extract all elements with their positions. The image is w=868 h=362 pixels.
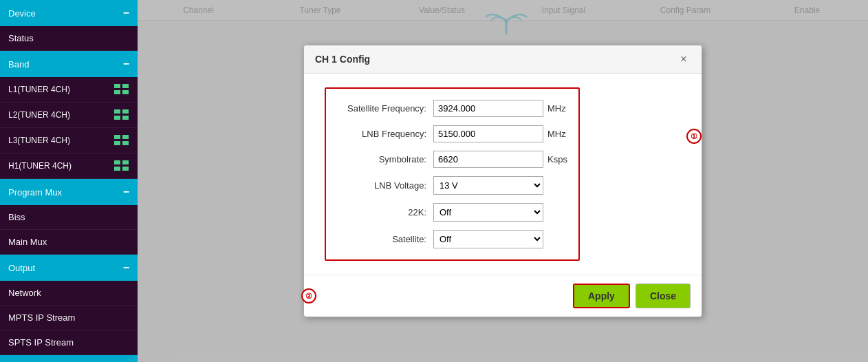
sidebar-item-mpts[interactable]: MPTS IP Stream (0, 306, 138, 330)
modal-body: Satellite Frequency: MHz LNB Frequency: … (304, 74, 702, 275)
satellite-frequency-input[interactable] (433, 100, 543, 117)
sidebar-item-main-mux-label: Main Mux (8, 237, 47, 247)
apply-button[interactable]: Apply (573, 284, 630, 308)
satellite-label: Satellite: (337, 234, 433, 244)
sidebar-item-l3-label: L3(TUNER 4CH) (8, 136, 70, 145)
lnb-frequency-row: LNB Frequency: MHz (337, 125, 567, 142)
lnb-frequency-unit: MHz (547, 129, 566, 139)
sidebar-item-biss-label: Biss (8, 212, 25, 222)
device-collapse-icon: − (123, 7, 129, 19)
sidebar-item-program-mux-label: Program Mux (8, 187, 62, 198)
modal-title: CH 1 Config (315, 54, 370, 65)
sidebar-item-device[interactable]: Device − (0, 0, 138, 26)
modal-header: CH 1 Config × (304, 45, 702, 74)
annotation-1: ① (686, 129, 702, 144)
ch1-config-modal: CH 1 Config × Satellite Frequency: MHz (303, 45, 702, 317)
close-button[interactable]: Close (636, 284, 691, 308)
satellite-row: Satellite: Off On (337, 230, 567, 248)
sidebar: Device − Status Band − L1(TUNER 4CH) L2(… (0, 0, 138, 362)
satellite-frequency-row: Satellite Frequency: MHz (337, 100, 567, 117)
config-form-section: Satellite Frequency: MHz LNB Frequency: … (325, 87, 580, 261)
lnb-frequency-input[interactable] (433, 125, 543, 142)
lnb-voltage-label: LNB Voltage: (337, 180, 433, 191)
output-collapse-icon: − (123, 262, 129, 274)
satellite-frequency-label: Satellite Frequency: (337, 103, 433, 114)
satellite-frequency-unit: MHz (547, 103, 566, 114)
sidebar-item-advance[interactable]: Advance + (0, 355, 138, 362)
sidebar-item-band[interactable]: Band − (0, 51, 138, 77)
content-area: Channel Tuner Type Value/Status Input Si… (138, 0, 868, 362)
sidebar-item-program-mux[interactable]: Program Mux − (0, 179, 138, 205)
band-collapse-icon: − (123, 58, 129, 70)
annotation-2: ② (301, 288, 316, 304)
symbolrate-input[interactable] (433, 151, 543, 168)
sidebar-item-l3[interactable]: L3(TUNER 4CH) (0, 128, 138, 153)
sidebar-item-status[interactable]: Status (0, 26, 138, 51)
sidebar-item-device-label: Device (8, 8, 36, 19)
modal-close-x-button[interactable]: × (677, 52, 691, 66)
l1-grid-icon (114, 84, 129, 95)
symbolrate-row: Symbolrate: Ksps (337, 151, 567, 168)
l2-grid-icon (114, 109, 129, 120)
lnb-voltage-select[interactable]: 13 V 18 V Off (433, 176, 543, 195)
sidebar-item-biss[interactable]: Biss (0, 205, 138, 230)
sidebar-item-h1-label: H1(TUNER 4CH) (8, 161, 72, 171)
sidebar-item-h1[interactable]: H1(TUNER 4CH) (0, 153, 138, 179)
sidebar-item-l1-label: L1(TUNER 4CH) (8, 85, 70, 94)
modal-overlay: CH 1 Config × Satellite Frequency: MHz (138, 0, 868, 362)
sidebar-item-l2-label: L2(TUNER 4CH) (8, 110, 70, 120)
sidebar-item-l2[interactable]: L2(TUNER 4CH) (0, 103, 138, 128)
sidebar-item-spts-label: SPTS IP Stream (8, 337, 74, 348)
twentytwo-k-label: 22K: (337, 207, 433, 217)
sidebar-item-output-label: Output (8, 263, 35, 273)
sidebar-item-status-label: Status (8, 33, 34, 43)
symbolrate-unit: Ksps (547, 154, 567, 164)
h1-grid-icon (114, 160, 129, 171)
lnb-frequency-label: LNB Frequency: (337, 129, 433, 139)
satellite-select[interactable]: Off On (433, 230, 543, 248)
l3-grid-icon (114, 135, 129, 146)
sidebar-item-band-label: Band (8, 59, 29, 70)
modal-footer: ② Apply Close (304, 275, 702, 317)
sidebar-item-main-mux[interactable]: Main Mux (0, 230, 138, 255)
twentytwo-k-row: 22K: Off On (337, 203, 567, 222)
sidebar-item-mpts-label: MPTS IP Stream (8, 312, 75, 323)
sidebar-item-l1[interactable]: L1(TUNER 4CH) (0, 77, 138, 103)
sidebar-item-network-label: Network (8, 288, 41, 298)
symbolrate-label: Symbolrate: (337, 154, 433, 164)
sidebar-item-output[interactable]: Output − (0, 255, 138, 281)
sidebar-item-spts[interactable]: SPTS IP Stream (0, 330, 138, 355)
twentytwo-k-select[interactable]: Off On (433, 203, 543, 222)
lnb-voltage-row: LNB Voltage: 13 V 18 V Off (337, 176, 567, 195)
program-mux-collapse-icon: − (123, 186, 129, 198)
sidebar-item-network[interactable]: Network (0, 281, 138, 306)
